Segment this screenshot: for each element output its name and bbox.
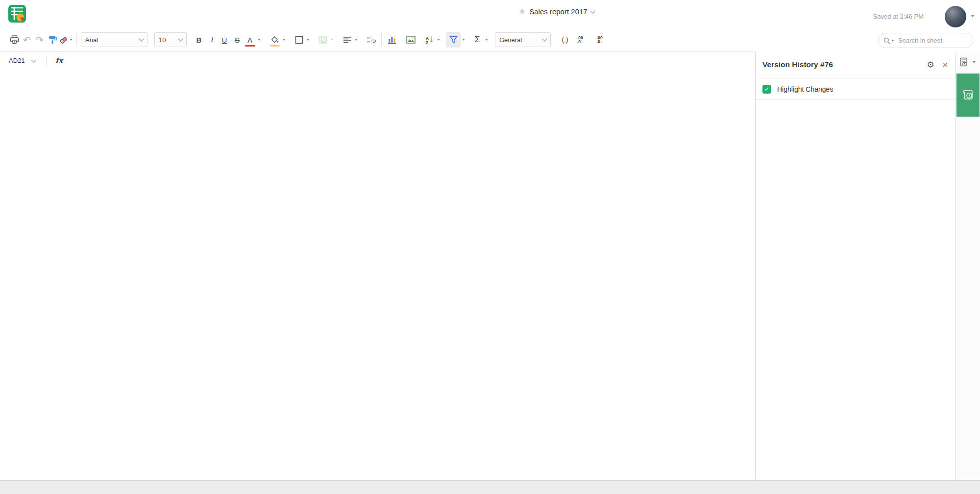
borders-button[interactable] xyxy=(293,32,305,48)
horizontal-align-chevron-icon[interactable] xyxy=(355,39,358,41)
comma-format-button[interactable]: (,) xyxy=(559,32,571,48)
font-color-chevron-icon[interactable] xyxy=(258,39,261,41)
saved-status: Saved at 2:46 PM xyxy=(873,13,924,20)
cell-reference-box[interactable]: AD21 xyxy=(0,57,39,64)
strikethrough-button[interactable]: S xyxy=(231,32,244,48)
font-color-swatch xyxy=(245,45,255,47)
borders-chevron-icon[interactable] xyxy=(307,39,310,41)
sort-chevron-icon[interactable] xyxy=(437,39,440,41)
font-color-button[interactable]: A xyxy=(244,32,256,48)
wrap-text-button[interactable] xyxy=(365,32,377,48)
settings-gear-icon[interactable]: ⚙ xyxy=(927,60,934,70)
version-history-tab[interactable] xyxy=(956,74,980,117)
fill-color-chevron-icon[interactable] xyxy=(283,39,286,41)
close-icon[interactable]: × xyxy=(942,61,948,68)
filter-button[interactable] xyxy=(446,32,461,48)
font-size-chevron-icon xyxy=(178,37,183,42)
svg-text:Z: Z xyxy=(426,40,428,44)
sheet-view-icon[interactable] xyxy=(959,57,976,67)
right-sidebar xyxy=(955,51,980,480)
redo-button[interactable]: ↷ xyxy=(33,32,46,48)
italic-button[interactable]: I xyxy=(205,32,218,48)
eraser-chevron-icon[interactable] xyxy=(70,39,73,41)
search-icon xyxy=(883,37,890,44)
app-logo-icon[interactable] xyxy=(8,4,26,23)
print-button[interactable] xyxy=(8,32,21,48)
fx-icon: fx xyxy=(55,56,63,65)
decrease-decimal-button[interactable]: .00 .0↓ xyxy=(597,32,610,48)
insert-chart-button[interactable] xyxy=(386,32,398,48)
insert-image-button[interactable] xyxy=(404,32,417,48)
avatar[interactable] xyxy=(945,6,966,27)
merge-cells-button[interactable]: a xyxy=(317,32,329,48)
bold-button[interactable]: B xyxy=(193,32,205,48)
spreadsheet-grid xyxy=(0,69,755,480)
fill-color-swatch xyxy=(270,45,280,47)
panel-title: Version History #76 xyxy=(762,60,927,69)
document-title[interactable]: Sales report 2017 xyxy=(529,7,587,16)
search-input[interactable] xyxy=(897,36,953,45)
title-chevron-icon[interactable] xyxy=(590,8,595,13)
number-format-chevron-icon xyxy=(542,37,547,42)
highlight-changes-label: Highlight Changes xyxy=(777,85,833,93)
version-history-icon xyxy=(962,89,975,101)
version-list xyxy=(756,100,955,480)
merge-cells-chevron-icon[interactable] xyxy=(331,39,334,41)
svg-text:a: a xyxy=(322,39,324,43)
number-format-select[interactable]: General xyxy=(495,32,551,47)
sum-button[interactable]: Σ xyxy=(471,32,484,48)
format-painter-button[interactable] xyxy=(46,32,59,48)
highlight-changes-checkbox[interactable]: ✓ xyxy=(762,85,771,94)
sheet-view-chevron-icon[interactable] xyxy=(973,61,976,63)
sort-button[interactable]: AZ xyxy=(423,32,436,48)
font-size-select[interactable]: 10 xyxy=(154,32,187,47)
favorite-star-icon[interactable]: ★ xyxy=(518,6,526,17)
formula-input[interactable] xyxy=(70,51,755,70)
sum-chevron-icon[interactable] xyxy=(485,39,488,41)
cell-reference-chevron-icon[interactable] xyxy=(31,57,36,62)
search-chevron-icon xyxy=(891,40,894,42)
avatar-chevron-icon[interactable] xyxy=(971,15,974,17)
search-box[interactable] xyxy=(878,33,973,48)
underline-button[interactable]: U xyxy=(218,32,231,48)
eraser-button[interactable] xyxy=(59,32,73,48)
toolbar: ↶ ↷ Arial 10 B I U S A a xyxy=(0,28,980,51)
version-history-panel: Version History #76 ⚙ × ✓ Highlight Chan… xyxy=(755,51,955,480)
undo-button[interactable]: ↶ xyxy=(21,32,33,48)
top-bar: ★ Sales report 2017 Saved at 2:46 PM xyxy=(0,0,980,28)
horizontal-align-button[interactable] xyxy=(341,32,353,48)
formula-bar: AD21 fx xyxy=(0,51,755,70)
bottom-bar xyxy=(0,480,980,494)
increase-decimal-button[interactable]: .00 .0↑ xyxy=(577,32,590,48)
filter-chevron-icon[interactable] xyxy=(462,39,465,41)
font-name-select[interactable]: Arial xyxy=(81,32,147,47)
font-name-chevron-icon xyxy=(139,37,144,42)
fill-color-button[interactable] xyxy=(269,32,281,48)
